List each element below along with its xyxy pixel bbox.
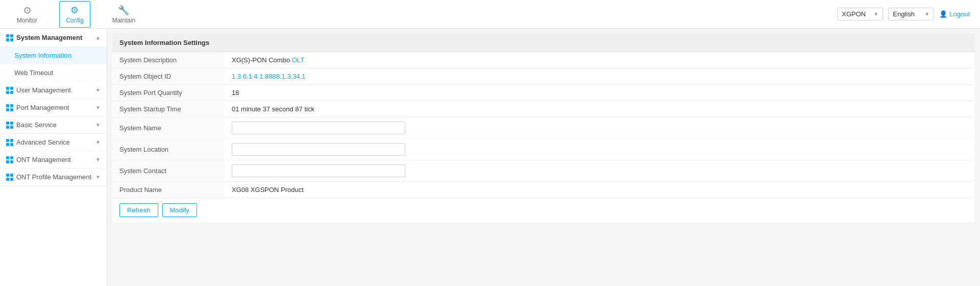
field-value-product-name: XG08 XGSPON Product (225, 182, 975, 198)
sidebar: System Management ▲ System Information W… (0, 29, 107, 286)
ont-management-chevron-icon: ▼ (95, 157, 101, 162)
table-row: System Startup Time 01 minute 37 second … (112, 101, 975, 117)
port-management-grid-icon (6, 104, 13, 111)
field-label-system-port-quantity: System Port Quantity (112, 85, 225, 101)
basic-service-chevron-icon: ▼ (95, 122, 101, 128)
language-dropdown[interactable]: English ▼ (888, 8, 934, 20)
port-management-chevron-icon: ▼ (95, 105, 101, 110)
top-navigation: ⊙ Monitor ⚙ Config 🔧 Maintain XGPON ▼ En… (0, 0, 980, 29)
content-area: System Information Settings System Descr… (107, 29, 980, 286)
field-value-system-startup-time: 01 minute 37 second 87 tick (225, 101, 975, 117)
ont-profile-management-chevron-icon: ▼ (95, 174, 101, 180)
field-label-system-location: System Location (112, 139, 225, 160)
maintain-icon: 🔧 (118, 5, 129, 16)
ont-profile-management-grid-icon (6, 174, 13, 181)
ont-profile-management-label: ONT Profile Management (16, 173, 91, 181)
system-management-label: System Management (16, 34, 82, 41)
sidebar-item-ont-profile-management[interactable]: ONT Profile Management ▼ (0, 169, 107, 186)
section-title: System Information Settings (112, 34, 975, 52)
field-value-system-port-quantity: 18 (225, 85, 975, 101)
basic-service-label: Basic Service (16, 121, 57, 129)
sidebar-item-advanced-service[interactable]: Advanced Service ▼ (0, 134, 107, 151)
main-layout: System Management ▲ System Information W… (0, 29, 980, 286)
user-management-grid-icon (6, 87, 13, 94)
refresh-button[interactable]: Refresh (119, 203, 158, 217)
table-row: Product Name XG08 XGSPON Product (112, 182, 975, 198)
field-value-system-description: XG(S)-PON Combo OLT (225, 52, 975, 68)
nav-config[interactable]: ⚙ Config (59, 1, 90, 28)
nav-config-label: Config (66, 17, 84, 24)
nav-monitor[interactable]: ⊙ Monitor (10, 1, 44, 28)
sidebar-item-ont-management[interactable]: ONT Management ▼ (0, 151, 107, 169)
sidebar-item-system-management[interactable]: System Management ▲ (0, 29, 107, 47)
field-value-system-object-id: 1.3.6.1.4.1.8888.1.3.34.1 (225, 68, 975, 85)
modify-button[interactable]: Modify (162, 203, 197, 217)
top-right-controls: XGPON ▼ English ▼ 👤 Logout (837, 8, 970, 20)
system-contact-input[interactable] (232, 164, 405, 177)
logout-button[interactable]: 👤 Logout (939, 10, 970, 18)
system-management-chevron-icon: ▲ (95, 35, 101, 40)
olt-link[interactable]: OLT (292, 56, 304, 64)
sidebar-item-user-management[interactable]: User Management ▼ (0, 82, 107, 99)
nav-maintain[interactable]: 🔧 Maintain (106, 1, 142, 28)
monitor-icon: ⊙ (23, 5, 31, 16)
table-row: System Name (112, 117, 975, 139)
advanced-service-label: Advanced Service (16, 138, 70, 146)
language-label: English (893, 10, 915, 18)
field-label-system-object-id: System Object ID (112, 68, 225, 85)
object-id-link[interactable]: 1.3.6.1.4.1.8888.1.3.34.1 (232, 73, 306, 80)
user-icon: 👤 (939, 10, 947, 18)
advanced-service-chevron-icon: ▼ (95, 139, 101, 145)
nav-items: ⊙ Monitor ⚙ Config 🔧 Maintain (10, 1, 837, 28)
xgpon-chevron-icon: ▼ (873, 11, 878, 17)
port-management-label: Port Management (16, 104, 69, 111)
ont-management-label: ONT Management (16, 156, 71, 163)
table-row: System Port Quantity 18 (112, 85, 975, 101)
system-location-input[interactable] (232, 143, 405, 156)
field-value-system-name (225, 117, 975, 139)
field-value-system-location (225, 139, 975, 160)
advanced-service-grid-icon (6, 139, 13, 146)
user-management-chevron-icon: ▼ (95, 87, 101, 93)
sidebar-item-system-information[interactable]: System Information (0, 47, 107, 64)
nav-maintain-label: Maintain (112, 17, 135, 24)
table-row: System Object ID 1.3.6.1.4.1.8888.1.3.34… (112, 68, 975, 85)
table-row: System Description XG(S)-PON Combo OLT (112, 52, 975, 68)
button-row: Refresh Modify (112, 198, 975, 222)
sidebar-item-basic-service[interactable]: Basic Service ▼ (0, 116, 107, 134)
logout-label: Logout (949, 10, 970, 18)
basic-service-grid-icon (6, 122, 13, 129)
language-chevron-icon: ▼ (924, 11, 929, 17)
field-label-system-description: System Description (112, 52, 225, 68)
user-management-label: User Management (16, 86, 71, 94)
field-label-system-contact: System Contact (112, 160, 225, 182)
nav-monitor-label: Monitor (17, 17, 37, 24)
info-table: System Description XG(S)-PON Combo OLT S… (112, 52, 975, 198)
table-row: System Location (112, 139, 975, 160)
system-name-input[interactable] (232, 122, 405, 134)
sidebar-item-port-management[interactable]: Port Management ▼ (0, 99, 107, 116)
sidebar-item-web-timeout[interactable]: Web Timeout (0, 64, 107, 82)
grid-icon (6, 34, 13, 41)
xgpon-dropdown[interactable]: XGPON ▼ (837, 8, 883, 20)
field-label-system-name: System Name (112, 117, 225, 139)
field-label-system-startup-time: System Startup Time (112, 101, 225, 117)
content-inner: System Information Settings System Descr… (112, 34, 975, 222)
xgpon-label: XGPON (842, 10, 866, 18)
ont-management-grid-icon (6, 156, 13, 163)
field-label-product-name: Product Name (112, 182, 225, 198)
table-row: System Contact (112, 160, 975, 182)
field-value-system-contact (225, 160, 975, 182)
config-icon: ⚙ (70, 5, 79, 16)
